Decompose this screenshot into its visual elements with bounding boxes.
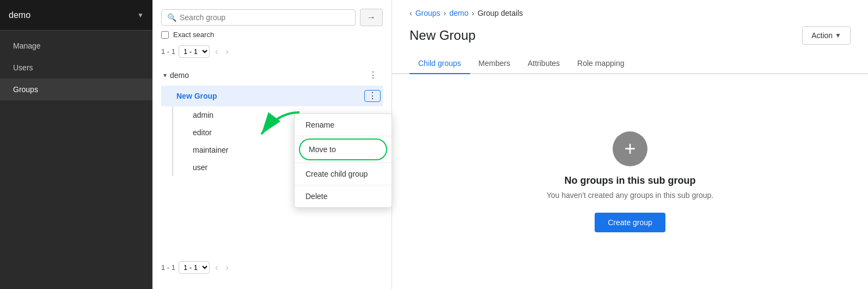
breadcrumb-current: Group details	[478, 9, 523, 17]
context-menu-delete[interactable]: Delete	[295, 185, 392, 207]
breadcrumb-sep-1: ›	[444, 9, 447, 17]
exact-search-checkbox[interactable]	[161, 31, 169, 39]
context-menu: Rename Move to Create child group Delete	[294, 113, 392, 208]
new-group-kebab-button[interactable]: ⋮	[364, 90, 381, 102]
group-tree-new-group[interactable]: New Group ⋮	[161, 86, 383, 106]
page-title: New Group	[409, 28, 475, 43]
tab-role-mapping[interactable]: Role mapping	[569, 53, 633, 74]
pagination-range-bottom: 1 - 1	[161, 263, 175, 272]
pagination-row: 1 - 1 1 - 1 ‹ ›	[161, 45, 383, 58]
sidebar-nav: Manage Users Groups	[0, 31, 152, 100]
main-content: ‹ Groups › demo › Group details New Grou…	[392, 0, 868, 289]
empty-state-title: No groups in this sub group	[565, 175, 696, 186]
realm-name: demo	[9, 10, 30, 20]
pagination-next[interactable]: ›	[223, 46, 230, 58]
pagination-select[interactable]: 1 - 1	[179, 45, 210, 58]
breadcrumb-demo-link[interactable]: demo	[449, 9, 468, 17]
sidebar-item-manage[interactable]: Manage	[0, 35, 152, 57]
tabs-row: Child groups Members Attributes Role map…	[392, 53, 868, 74]
pagination-select-bottom[interactable]: 1 - 1	[179, 261, 210, 274]
plus-icon: +	[624, 139, 635, 159]
context-menu-move-to[interactable]: Move to	[299, 139, 387, 160]
pagination-next-bottom[interactable]: ›	[223, 262, 230, 274]
sidebar-item-users[interactable]: Users	[0, 57, 152, 79]
context-menu-rename[interactable]: Rename	[295, 114, 392, 136]
sidebar: demo ▼ Manage Users Groups	[0, 0, 152, 289]
search-row: 🔍 →	[161, 9, 383, 26]
sidebar-header: demo ▼	[0, 0, 152, 31]
breadcrumb: ‹ Groups › demo › Group details	[392, 0, 868, 22]
tree-child-label: New Group	[176, 92, 364, 100]
action-button-label: Action	[811, 31, 833, 40]
realm-dropdown-icon[interactable]: ▼	[137, 11, 144, 19]
search-input[interactable]	[180, 13, 350, 22]
pagination-range: 1 - 1	[161, 47, 175, 56]
pagination-row-bottom: 1 - 1 1 - 1 ‹ ›	[161, 261, 383, 274]
create-group-button[interactable]: Create group	[595, 213, 665, 232]
pagination-prev-bottom[interactable]: ‹	[213, 262, 220, 274]
tree-toggle-icon: ▾	[163, 71, 167, 79]
exact-search-label: Exact search	[173, 31, 214, 39]
action-button[interactable]: Action ▼	[802, 26, 851, 45]
empty-state-subtitle: You haven't created any groups in this s…	[547, 191, 713, 200]
root-kebab-button[interactable]: ⋮	[365, 69, 381, 81]
sidebar-item-groups[interactable]: Groups	[0, 79, 152, 100]
search-input-wrap: 🔍	[161, 9, 356, 26]
empty-state-icon: +	[613, 131, 647, 166]
search-go-button[interactable]: →	[360, 9, 383, 26]
exact-search-row: Exact search	[161, 31, 383, 39]
breadcrumb-back-icon: ‹	[409, 9, 412, 17]
breadcrumb-groups-link[interactable]: Groups	[415, 9, 441, 17]
group-tree-root[interactable]: ▾ demo ⋮	[161, 64, 383, 86]
group-panel: 🔍 → Exact search 1 - 1 1 - 1 ‹ › ▾ demo …	[152, 0, 392, 289]
tab-child-groups[interactable]: Child groups	[409, 53, 470, 74]
tab-members[interactable]: Members	[470, 53, 519, 74]
tab-attributes[interactable]: Attributes	[519, 53, 569, 74]
search-icon: 🔍	[167, 13, 176, 22]
breadcrumb-sep-2: ›	[472, 9, 474, 17]
context-menu-create-child[interactable]: Create child group	[295, 163, 392, 185]
main-header: New Group Action ▼	[392, 22, 868, 53]
action-chevron-icon: ▼	[835, 32, 841, 39]
empty-state: + No groups in this sub group You haven'…	[392, 74, 868, 289]
tree-root-label: demo	[170, 71, 365, 80]
pagination-prev[interactable]: ‹	[213, 46, 220, 58]
